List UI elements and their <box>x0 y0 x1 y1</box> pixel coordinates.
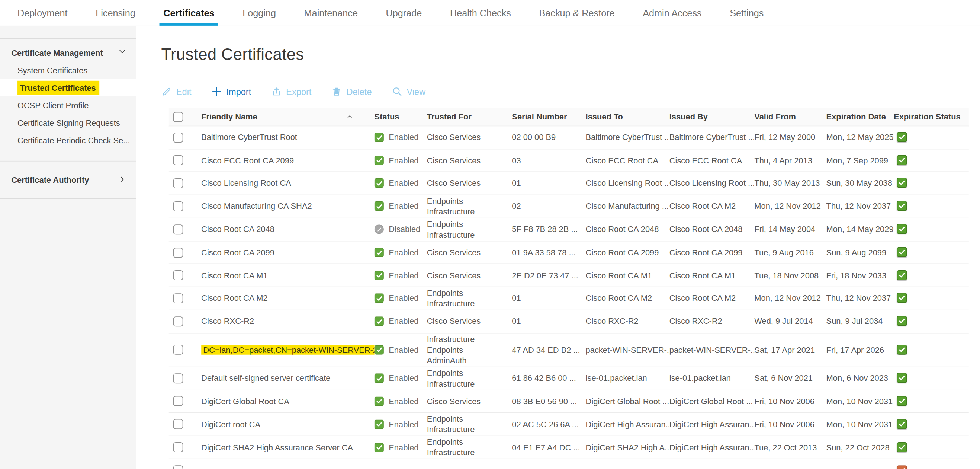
sidebar-item-certificate-signing-requests[interactable]: Certificate Signing Requests <box>0 114 136 131</box>
table-row: Cisco ECC Root CA 2099EnabledCisco Servi… <box>169 149 969 172</box>
column-header-expiration-date: Expiration Date <box>826 112 894 121</box>
nav-tab-certificates[interactable]: Certificates <box>163 0 214 26</box>
nav-tab-upgrade[interactable]: Upgrade <box>386 0 422 26</box>
friendly-name-cell: Cisco Root CA M2 <box>201 294 374 303</box>
trusted-for-line: Cisco Services <box>427 247 508 258</box>
trusted-for-line: Cisco Services <box>427 132 508 143</box>
table-row: Cisco Root CA M1EnabledCisco Services2E … <box>169 264 969 287</box>
expiration-status-cell <box>894 270 969 281</box>
view-button[interactable]: View <box>391 86 425 97</box>
row-checkbox[interactable] <box>173 225 183 234</box>
expiration-date-text: Sun, 9 Jul 2034 <box>826 317 883 326</box>
issued-to-text: Cisco Root CA 2048 <box>586 225 659 234</box>
toolbar-button-label: View <box>407 87 426 97</box>
serial-cell: 01 <box>512 317 585 326</box>
sidebar-item-ocsp-client-profile[interactable]: OCSP Client Profile <box>0 96 136 114</box>
serial-text: 5F F8 7B 28 2B ... <box>512 225 578 234</box>
friendly-name-cell: Cisco Root CA 2048 <box>201 225 374 234</box>
nav-tab-logging[interactable]: Logging <box>242 0 276 26</box>
friendly-name-cell: Cisco ECC Root CA 2099 <box>201 156 374 165</box>
export-button[interactable]: Export <box>271 86 311 97</box>
issued-to-cell: DigiCert High Assuran... <box>586 420 670 429</box>
expiration-ok-icon <box>897 132 907 142</box>
serial-cell: 5F F8 7B 28 2B ... <box>512 225 585 234</box>
sidebar-item-trusted-certificates[interactable]: Trusted Certificates <box>0 79 136 96</box>
chevron-down-icon <box>118 48 126 58</box>
column-header-label: Friendly Name <box>201 112 258 121</box>
expiration-status-cell <box>894 344 969 355</box>
sidebar-group-certificate-authority[interactable]: Certificate Authority <box>0 161 136 199</box>
status-enabled-icon <box>374 202 384 211</box>
issued-to-text: Cisco Root CA 2099 <box>586 248 659 257</box>
friendly-name-text: Cisco Licensing Root CA <box>201 179 291 188</box>
column-header-status: Status <box>374 112 427 121</box>
issued-by-cell: ise-01.packet.lan <box>670 373 755 383</box>
edit-button[interactable]: Edit <box>161 86 191 97</box>
row-checkbox[interactable] <box>173 293 183 303</box>
valid-from-text: Tue, 18 Nov 2008 <box>754 271 819 280</box>
row-checkbox[interactable] <box>173 373 183 383</box>
status-label: Enabled <box>389 271 418 280</box>
table-row <box>169 459 969 469</box>
nav-tab-deployment[interactable]: Deployment <box>18 0 68 26</box>
valid-from-text: Wed, 9 Jul 2014 <box>754 317 813 326</box>
serial-cell: 01 9A 33 58 78 ... <box>512 248 585 257</box>
sidebar-item-system-certificates[interactable]: System Certificates <box>0 61 136 79</box>
nav-tab-licensing[interactable]: Licensing <box>95 0 135 26</box>
row-checkbox[interactable] <box>173 201 183 211</box>
valid-from-text: Tue, 22 Oct 2013 <box>754 443 817 452</box>
nav-tab-admin-access[interactable]: Admin Access <box>643 0 702 26</box>
status-cell: Enabled <box>374 133 427 142</box>
column-header-label: Expiration Date <box>826 112 886 121</box>
valid-from-cell: Mon, 12 Nov 2012 <box>754 294 826 303</box>
row-checkbox[interactable] <box>173 442 183 452</box>
status-enabled-icon <box>374 133 384 142</box>
expiration-date-text: Fri, 18 Nov 2033 <box>826 271 887 280</box>
row-checkbox[interactable] <box>173 132 183 142</box>
row-checkbox[interactable] <box>173 466 183 469</box>
trusted-for-line: Cisco Services <box>427 396 508 407</box>
row-checkbox[interactable] <box>173 345 183 355</box>
main-panel: Trusted Certificates EditImportExportDel… <box>136 26 980 469</box>
issued-to-text: Cisco Root CA M2 <box>586 294 652 303</box>
row-checkbox[interactable] <box>173 396 183 406</box>
issued-by-cell: Cisco Root CA M2 <box>670 202 755 211</box>
row-checkbox[interactable] <box>173 316 183 327</box>
nav-tab-backup-restore[interactable]: Backup & Restore <box>539 0 614 26</box>
issued-to-cell: Cisco Root CA M1 <box>586 271 670 280</box>
row-checkbox[interactable] <box>173 247 183 258</box>
chevron-right-icon <box>118 175 126 185</box>
column-header-label: Valid From <box>754 112 796 121</box>
sidebar-group-certificate-management[interactable]: Certificate Management <box>0 44 136 61</box>
row-checkbox[interactable] <box>173 155 183 165</box>
sidebar-item-certificate-periodic-check-se[interactable]: Certificate Periodic Check Se... <box>0 131 136 149</box>
row-checkbox[interactable] <box>173 178 183 188</box>
trusted-for-line: Infrastructure <box>427 334 508 345</box>
row-checkbox[interactable] <box>173 419 183 429</box>
expiration-ok-icon <box>897 178 907 188</box>
import-button[interactable]: Import <box>211 86 251 97</box>
select-all-checkbox[interactable] <box>173 112 183 122</box>
delete-button[interactable]: Delete <box>331 86 372 97</box>
issued-to-cell: Cisco Manufacturing ... <box>586 202 670 211</box>
sort-asc-icon[interactable] <box>346 113 353 120</box>
serial-cell: 02 AC 5C 26 6A ... <box>512 420 585 429</box>
valid-from-text: Tue, 9 Aug 2016 <box>754 248 814 257</box>
serial-text: 2E D2 0E 73 47 ... <box>512 271 578 280</box>
column-header-friendly-name[interactable]: Friendly Name <box>201 112 374 121</box>
status-label: Enabled <box>389 202 418 211</box>
issued-by-text: Cisco Root CA 2048 <box>670 225 743 234</box>
expiration-ok-icon <box>897 442 907 452</box>
row-checkbox[interactable] <box>173 270 183 280</box>
issued-to-cell: Cisco Root CA 2048 <box>586 225 670 234</box>
valid-from-cell: Fri, 14 May 2004 <box>754 225 826 234</box>
nav-tab-maintenance[interactable]: Maintenance <box>304 0 358 26</box>
friendly-name-cell: DigiCert root CA <box>201 420 374 429</box>
column-header-issued-to: Issued To <box>586 112 670 121</box>
row-select-cell <box>169 373 201 383</box>
status-label: Enabled <box>389 156 418 165</box>
nav-tab-settings[interactable]: Settings <box>730 0 764 26</box>
sidebar-group-label: Certificate Management <box>11 48 103 57</box>
sidebar-top-divider <box>0 26 136 39</box>
nav-tab-health-checks[interactable]: Health Checks <box>450 0 511 26</box>
